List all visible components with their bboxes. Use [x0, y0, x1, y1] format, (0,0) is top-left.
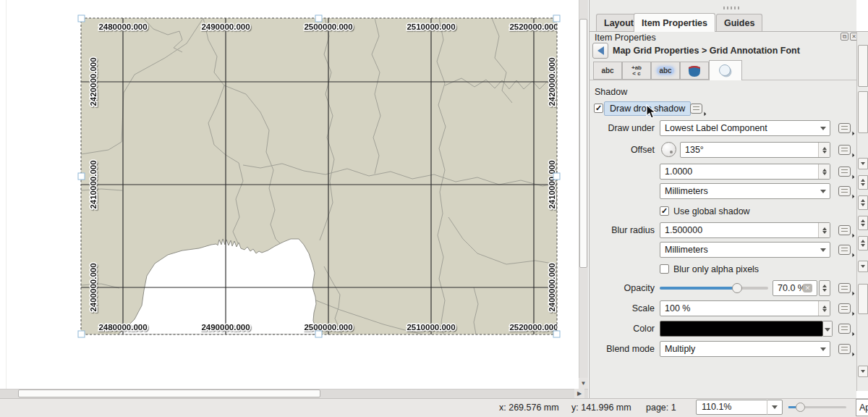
blur-units-select[interactable]: Millimeters	[660, 242, 830, 258]
grid-label: 2420000.000	[89, 57, 98, 106]
override-icon[interactable]	[690, 104, 702, 114]
grid-label: 2520000.000	[509, 323, 558, 332]
use-global-shadow-label[interactable]: Use global shadow	[673, 206, 750, 216]
shadow-heading: Shadow	[595, 87, 627, 97]
tab-layout-label: Layout	[604, 18, 634, 28]
draw-drop-shadow-checkbox[interactable]: ✓	[594, 104, 603, 113]
offset-angle-value: 135°	[685, 145, 704, 155]
spin-arrows-icon[interactable]	[819, 280, 830, 296]
clipped-widget	[858, 366, 868, 377]
grid-label: 2480000.000	[98, 323, 147, 332]
scroll-right-arrow-icon[interactable]: ▶	[574, 389, 584, 398]
chevron-down-icon	[820, 248, 826, 252]
tab-formatting[interactable]: +ab< c	[622, 62, 651, 80]
override-icon[interactable]	[838, 123, 851, 133]
back-arrow-icon	[597, 46, 604, 55]
spin-arrows-icon[interactable]	[818, 164, 830, 179]
clipped-widget	[858, 175, 868, 190]
tab-font[interactable]: abc	[593, 62, 622, 80]
clipped-widget	[858, 91, 868, 133]
blur-radius-value: 1.500000	[665, 225, 702, 235]
override-icon[interactable]	[838, 167, 851, 177]
draw-under-select[interactable]: Lowest Label Component	[660, 120, 830, 136]
opacity-slider-handle[interactable]	[732, 283, 742, 293]
opacity-value: 70.0 %	[778, 283, 806, 293]
scale-label: Scale	[590, 300, 655, 316]
qgis-layout-window: 2480000.000 2490000.000 2500000.000 2510…	[0, 0, 868, 417]
offset-angle-spinbox[interactable]: 135°	[680, 142, 830, 158]
scale-spinbox[interactable]: 100 %	[660, 300, 830, 316]
tab-item-properties-label: Item Properties	[642, 18, 707, 28]
format-tab-icon: +ab< c	[631, 65, 642, 77]
blur-alpha-label[interactable]: Blur only alpha pixels	[673, 264, 759, 274]
dock-drag-handle[interactable]	[723, 7, 739, 9]
override-icon[interactable]	[838, 145, 851, 155]
scroll-down-arrow-icon[interactable]: ▼	[579, 378, 588, 389]
override-icon[interactable]	[838, 283, 851, 293]
override-icon[interactable]	[838, 324, 851, 334]
grid-label: 2490000.000	[201, 22, 250, 31]
grid-label: 2500000.000	[304, 323, 352, 332]
mouse-cursor	[646, 104, 657, 119]
spin-arrows-icon[interactable]	[818, 223, 830, 237]
blur-units-value: Millimeters	[665, 245, 708, 255]
override-icon[interactable]	[838, 303, 851, 313]
tab-background[interactable]	[680, 62, 709, 80]
offset-units-select[interactable]: Millimeters	[660, 183, 830, 199]
clipped-widget	[858, 158, 868, 169]
buffer-tab-icon: abc	[657, 67, 673, 75]
tab-guides-label: Guides	[724, 18, 754, 28]
draw-under-label: Draw under	[590, 120, 655, 136]
scale-value: 100 %	[665, 303, 690, 313]
override-icon[interactable]	[838, 186, 851, 196]
blend-mode-label: Blend mode	[590, 341, 655, 357]
offset-distance-spinbox[interactable]: 1.0000	[660, 164, 830, 180]
blend-mode-value: Multiply	[665, 344, 695, 354]
grid-label: 2400000.000	[548, 263, 556, 311]
zoom-slider-handle[interactable]	[796, 403, 805, 412]
blur-alpha-checkbox[interactable]	[660, 264, 669, 274]
clear-icon[interactable]: ✕	[803, 284, 812, 292]
status-y-coordinate: y: 141.996 mm	[571, 403, 631, 413]
grid-label: 2510000.000	[407, 22, 455, 31]
background-tab-icon	[687, 64, 702, 77]
tab-guides[interactable]: Guides	[716, 14, 762, 31]
page-edge	[6, 0, 7, 389]
tabbar-divider	[589, 31, 868, 32]
clipped-widget	[858, 284, 868, 314]
grid-label: 2400000.000	[89, 263, 98, 311]
color-dropdown-button[interactable]	[823, 321, 833, 337]
canvas-hscrollbar-thumb[interactable]	[18, 389, 320, 397]
map-item[interactable]: 2480000.000 2490000.000 2500000.000 2510…	[72, 10, 571, 343]
override-icon[interactable]	[838, 225, 851, 235]
breadcrumb: Map Grid Properties > Grid Annotation Fo…	[613, 46, 800, 56]
status-x-coordinate: x: 269.576 mm	[499, 403, 559, 413]
override-icon[interactable]	[838, 245, 851, 255]
canvas-vscrollbar-thumb[interactable]	[579, 19, 587, 268]
dock-title: Item Properties	[595, 33, 656, 43]
tab-shadow[interactable]	[709, 60, 742, 80]
chevron-down-icon	[820, 190, 826, 193]
color-swatch-button[interactable]	[660, 321, 823, 337]
blend-mode-select[interactable]: Multiply	[660, 341, 830, 357]
chevron-down-icon	[820, 127, 826, 130]
override-icon[interactable]	[838, 344, 851, 354]
grid-label: 2500000.000	[304, 22, 352, 31]
blur-radius-spinbox[interactable]: 1.500000	[660, 222, 830, 238]
tab-item-properties[interactable]: Item Properties	[634, 13, 715, 32]
offset-angle-dial[interactable]	[661, 142, 676, 157]
font-tab-icon: abc	[601, 67, 613, 75]
tab-buffer[interactable]: abc	[651, 62, 680, 80]
use-global-shadow-checkbox[interactable]: ✓	[660, 206, 669, 216]
zoom-combo-arrow-icon[interactable]	[767, 400, 781, 415]
grid-label: 2490000.000	[201, 323, 250, 332]
offset-label: Offset	[590, 142, 655, 158]
clipped-widget	[858, 236, 868, 250]
spin-arrows-icon[interactable]	[818, 143, 830, 157]
spin-arrows-icon[interactable]	[818, 301, 830, 316]
dock-float-icon[interactable]: ⧉	[841, 33, 848, 41]
clipped-widget	[858, 261, 868, 272]
grid-label: 2420000.000	[548, 57, 556, 106]
grid-label: 2410000.000	[548, 160, 556, 208]
opacity-spinbox[interactable]: 70.0 %✕	[773, 280, 817, 296]
